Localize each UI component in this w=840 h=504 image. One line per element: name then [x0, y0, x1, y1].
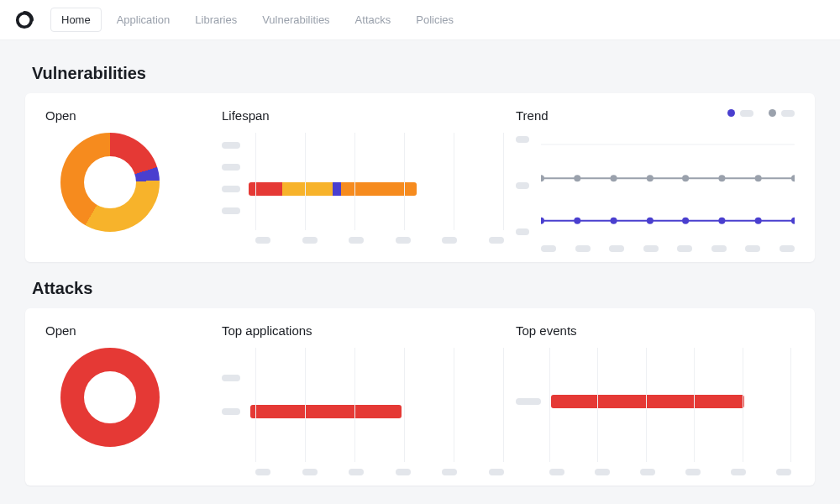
section-title-vulnerabilities: Vulnerabilities — [32, 64, 815, 83]
vuln-lifespan-chart[interactable] — [222, 133, 507, 242]
axis-label-placeholder — [222, 207, 240, 214]
axis-tick — [255, 469, 270, 475]
legend-label-placeholder — [781, 110, 795, 117]
axis-tick — [442, 469, 457, 475]
axis-tick — [541, 245, 556, 252]
app-logo-icon — [15, 11, 34, 29]
panel-title: Open — [45, 323, 213, 338]
nav-tab-policies[interactable]: Policies — [406, 8, 464, 31]
axis-tick — [731, 469, 746, 475]
trend-legend — [727, 109, 795, 117]
vuln-trend-chart[interactable] — [516, 133, 795, 250]
panel-title: Top applications — [222, 323, 507, 338]
axis-tick — [442, 237, 457, 244]
axis-tick — [255, 237, 270, 244]
axis-tick — [780, 245, 795, 252]
top-app-bar — [250, 405, 402, 418]
axis-label-placeholder — [222, 142, 240, 149]
axis-tick — [516, 228, 529, 235]
top-nav: Home Application Libraries Vulnerabiliti… — [0, 0, 840, 40]
axis-tick — [489, 469, 504, 475]
axis-tick — [575, 245, 591, 252]
axis-tick — [549, 469, 564, 475]
panel-vuln-trend: Trend — [516, 108, 795, 250]
svg-point-19 — [791, 218, 795, 224]
bar-segment-red — [249, 182, 282, 196]
axis-tick — [516, 136, 529, 143]
legend-label-placeholder — [740, 110, 753, 117]
panel-title: Top events — [516, 323, 795, 338]
nav-tab-application[interactable]: Application — [107, 8, 181, 31]
svg-point-6 — [611, 175, 617, 181]
axis-tick — [302, 469, 318, 475]
axis-label-placeholder — [222, 164, 240, 171]
legend-dot-icon — [769, 109, 776, 117]
svg-point-13 — [574, 218, 580, 224]
svg-point-10 — [755, 175, 762, 181]
svg-point-14 — [611, 218, 617, 224]
axis-tick — [595, 469, 610, 475]
axis-tick — [349, 237, 364, 244]
bar-segment-orange — [341, 182, 417, 196]
vuln-open-donut-chart[interactable] — [60, 133, 160, 232]
svg-point-8 — [682, 175, 689, 181]
nav-tab-libraries[interactable]: Libraries — [185, 8, 247, 31]
axis-tick — [516, 182, 529, 189]
svg-point-9 — [718, 175, 725, 181]
axis-tick — [349, 469, 364, 475]
axis-tick — [685, 469, 701, 475]
axis-tick — [640, 469, 655, 475]
axis-tick — [776, 469, 791, 475]
legend-item[interactable] — [727, 109, 753, 117]
main-content: Vulnerabilities Open Lifespan — [0, 40, 840, 504]
svg-point-4 — [541, 175, 544, 181]
axis-label-placeholder — [222, 408, 240, 415]
axis-label-placeholder — [516, 398, 541, 405]
panel-vuln-open: Open — [45, 108, 213, 250]
axis-tick — [609, 245, 624, 252]
top-applications-chart[interactable] — [222, 348, 507, 474]
top-events-chart[interactable] — [516, 348, 795, 474]
x-axis — [255, 469, 504, 475]
svg-point-7 — [647, 175, 654, 181]
attacks-open-donut-chart[interactable] — [60, 348, 160, 447]
bar-segment-amber — [282, 182, 333, 196]
svg-point-11 — [791, 175, 795, 181]
axis-tick — [643, 245, 659, 252]
legend-item[interactable] — [769, 109, 795, 117]
trend-lines-svg — [541, 136, 795, 229]
lifespan-stacked-bar — [249, 182, 417, 196]
section-title-attacks: Attacks — [32, 279, 815, 298]
attacks-card: Open Top applications — [25, 308, 815, 486]
x-axis — [549, 469, 791, 475]
panel-attacks-open: Open — [45, 323, 213, 474]
panel-title: Lifespan — [222, 108, 507, 123]
axis-tick — [302, 237, 318, 244]
axis-tick — [677, 245, 692, 252]
nav-tab-vulnerabilities[interactable]: Vulnerabilities — [252, 8, 339, 31]
panel-top-applications: Top applications — [222, 323, 507, 474]
nav-tab-home[interactable]: Home — [50, 8, 102, 32]
vulnerabilities-card: Open Lifespan — [25, 93, 815, 262]
svg-point-16 — [682, 218, 689, 224]
legend-dot-icon — [727, 109, 735, 117]
panel-title: Open — [45, 108, 213, 123]
axis-tick — [711, 245, 727, 252]
x-axis — [541, 245, 795, 252]
svg-point-18 — [755, 218, 762, 224]
panel-vuln-lifespan: Lifespan — [222, 108, 507, 250]
y-axis — [516, 136, 538, 235]
svg-point-15 — [647, 218, 654, 224]
axis-label-placeholder — [222, 186, 240, 192]
x-axis — [255, 237, 504, 244]
panel-top-events: Top events — [516, 323, 795, 474]
top-event-bar — [551, 395, 744, 408]
bar-segment-indigo — [333, 182, 341, 196]
axis-label-placeholder — [222, 375, 240, 381]
nav-tab-attacks[interactable]: Attacks — [345, 8, 402, 31]
svg-point-17 — [718, 218, 725, 224]
axis-tick — [489, 237, 504, 244]
svg-point-12 — [541, 218, 544, 224]
svg-point-5 — [574, 175, 580, 181]
axis-tick — [745, 245, 760, 252]
